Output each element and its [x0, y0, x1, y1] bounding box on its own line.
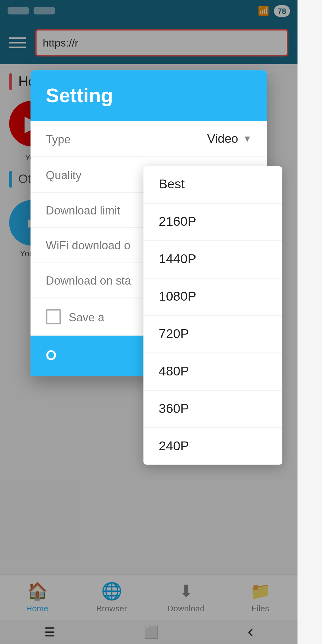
quality-option-1440p[interactable]: 1440P: [143, 241, 282, 279]
quality-option-1080p[interactable]: 1080P: [143, 279, 282, 316]
type-value: Video: [207, 132, 238, 146]
quality-label: Quality: [46, 168, 81, 181]
save-checkbox[interactable]: [46, 309, 61, 325]
quality-option-480p[interactable]: 480P: [143, 353, 282, 391]
type-label: Type: [46, 132, 71, 145]
quality-dropdown-popup: Best 2160P 1440P 1080P 720P 480P 360P 24…: [143, 166, 282, 465]
quality-option-best[interactable]: Best: [143, 166, 282, 204]
type-dropdown-arrow: ▼: [243, 134, 252, 144]
type-value-container[interactable]: Video ▼: [207, 132, 252, 146]
quality-option-720p[interactable]: 720P: [143, 316, 282, 353]
wifi-download-label: WiFi download o: [46, 239, 130, 252]
quality-option-2160p[interactable]: 2160P: [143, 204, 282, 241]
quality-option-240p[interactable]: 240P: [143, 428, 282, 464]
ok-button[interactable]: O: [46, 348, 57, 364]
quality-option-360p[interactable]: 360P: [143, 391, 282, 428]
download-on-start-label: Download on sta: [46, 274, 131, 287]
save-label: Save a: [69, 310, 104, 323]
type-row[interactable]: Type Video ▼: [31, 121, 267, 157]
dialog-header: Setting: [31, 70, 267, 121]
dialog-title: Setting: [46, 84, 113, 107]
download-limit-label: Download limit: [46, 204, 120, 217]
